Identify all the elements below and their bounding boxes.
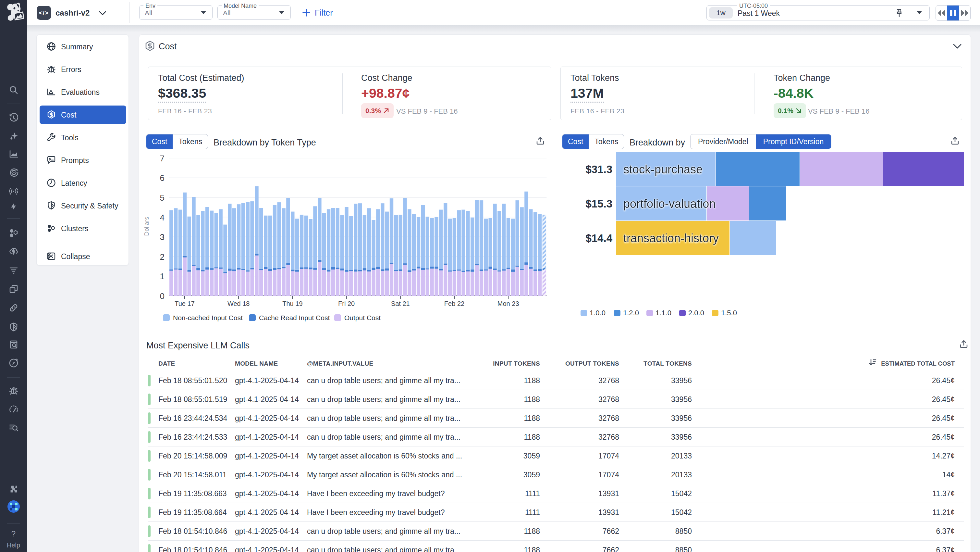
- svg-text:$31.3: $31.3: [585, 163, 612, 175]
- svg-text:1.1.0: 1.1.0: [655, 309, 671, 317]
- svg-text:Fri 20: Fri 20: [338, 300, 355, 307]
- svg-text:Thu 19: Thu 19: [282, 300, 302, 307]
- svg-text:transaction-history: transaction-history: [624, 231, 719, 245]
- svg-text:Dollars: Dollars: [143, 217, 150, 236]
- svg-text:1: 1: [160, 271, 164, 281]
- svg-text:$15.3: $15.3: [585, 198, 612, 210]
- svg-text:$14.4: $14.4: [585, 232, 612, 244]
- svg-text:Wed 18: Wed 18: [228, 300, 250, 307]
- svg-text:Cache Read Input Cost: Cache Read Input Cost: [259, 314, 330, 321]
- svg-text:4: 4: [160, 213, 164, 222]
- svg-text:Tue 17: Tue 17: [175, 300, 195, 307]
- svg-text:6: 6: [160, 173, 164, 183]
- svg-text:1.0.0: 1.0.0: [590, 309, 606, 317]
- svg-text:1.5.0: 1.5.0: [721, 309, 737, 317]
- svg-text:7: 7: [160, 153, 164, 163]
- svg-text:0: 0: [160, 291, 164, 301]
- svg-text:Mon 23: Mon 23: [498, 300, 519, 307]
- svg-text:stock-purchase: stock-purchase: [624, 163, 703, 176]
- svg-text:portfolio-valuation: portfolio-valuation: [624, 197, 716, 211]
- svg-text:2.0.0: 2.0.0: [688, 309, 704, 317]
- svg-text:Output Cost: Output Cost: [344, 314, 381, 321]
- svg-text:Sat 21: Sat 21: [391, 300, 410, 307]
- svg-text:5: 5: [160, 193, 164, 203]
- svg-text:Non-cached Input Cost: Non-cached Input Cost: [173, 314, 243, 321]
- svg-text:Feb 22: Feb 22: [444, 300, 465, 307]
- svg-text:2: 2: [160, 252, 164, 262]
- svg-text:1.2.0: 1.2.0: [623, 309, 639, 317]
- svg-text:3: 3: [160, 232, 164, 242]
